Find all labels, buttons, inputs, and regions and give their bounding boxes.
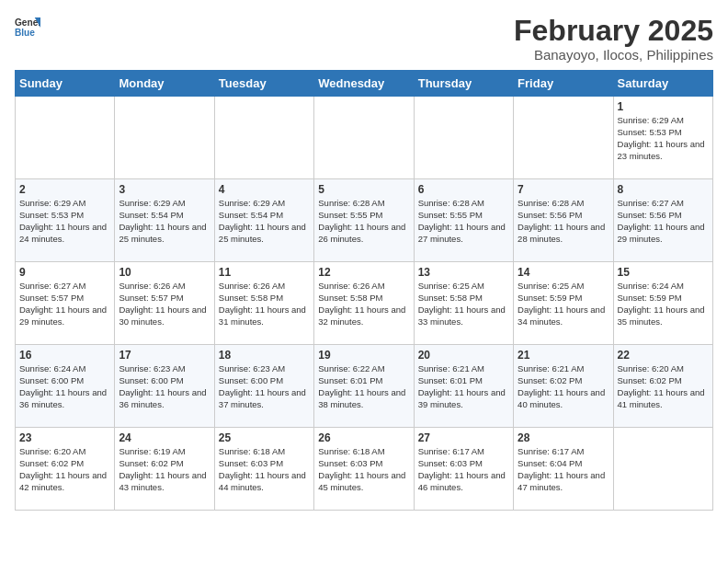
calendar-cell: 18Sunrise: 6:23 AM Sunset: 6:00 PM Dayli… bbox=[214, 345, 313, 428]
weekday-header-sunday: Sunday bbox=[16, 71, 115, 97]
day-number: 14 bbox=[518, 266, 609, 279]
calendar-week-row: 1Sunrise: 6:29 AM Sunset: 5:53 PM Daylig… bbox=[16, 97, 713, 179]
calendar-cell: 23Sunrise: 6:20 AM Sunset: 6:02 PM Dayli… bbox=[16, 428, 115, 511]
calendar-cell: 12Sunrise: 6:26 AM Sunset: 5:58 PM Dayli… bbox=[314, 262, 414, 345]
day-number: 10 bbox=[119, 266, 210, 279]
cell-info: Sunrise: 6:28 AM Sunset: 5:56 PM Dayligh… bbox=[518, 198, 609, 245]
cell-info: Sunrise: 6:26 AM Sunset: 5:58 PM Dayligh… bbox=[318, 281, 409, 327]
day-number: 8 bbox=[618, 183, 709, 196]
calendar-cell: 4Sunrise: 6:29 AM Sunset: 5:54 PM Daylig… bbox=[214, 179, 313, 262]
day-number: 1 bbox=[618, 100, 709, 113]
calendar-body: 1Sunrise: 6:29 AM Sunset: 5:53 PM Daylig… bbox=[16, 97, 713, 511]
cell-info: Sunrise: 6:20 AM Sunset: 6:02 PM Dayligh… bbox=[618, 363, 709, 410]
day-number: 3 bbox=[119, 183, 210, 196]
calendar-cell: 27Sunrise: 6:17 AM Sunset: 6:03 PM Dayli… bbox=[414, 428, 513, 511]
cell-info: Sunrise: 6:26 AM Sunset: 5:58 PM Dayligh… bbox=[219, 281, 310, 327]
day-number: 28 bbox=[518, 431, 609, 444]
day-number: 17 bbox=[119, 349, 210, 362]
page-subtitle: Banayoyo, Ilocos, Philippines bbox=[514, 47, 713, 63]
day-number: 15 bbox=[618, 266, 709, 279]
day-number: 25 bbox=[219, 431, 310, 444]
day-number: 5 bbox=[318, 183, 409, 196]
calendar-cell: 14Sunrise: 6:25 AM Sunset: 5:59 PM Dayli… bbox=[514, 262, 613, 345]
cell-info: Sunrise: 6:21 AM Sunset: 6:01 PM Dayligh… bbox=[418, 363, 509, 410]
page-title: February 2025 bbox=[514, 15, 713, 47]
day-number: 6 bbox=[418, 183, 509, 196]
calendar-cell bbox=[414, 97, 513, 179]
calendar-cell: 15Sunrise: 6:24 AM Sunset: 5:59 PM Dayli… bbox=[613, 262, 712, 345]
cell-info: Sunrise: 6:19 AM Sunset: 6:02 PM Dayligh… bbox=[119, 446, 210, 493]
day-number: 12 bbox=[318, 266, 409, 279]
calendar-week-row: 9Sunrise: 6:27 AM Sunset: 5:57 PM Daylig… bbox=[16, 262, 713, 345]
calendar-cell bbox=[115, 97, 214, 179]
logo-icon: General Blue bbox=[15, 15, 40, 40]
day-number: 18 bbox=[219, 349, 310, 362]
calendar-cell: 16Sunrise: 6:24 AM Sunset: 6:00 PM Dayli… bbox=[16, 345, 115, 428]
day-number: 9 bbox=[19, 266, 110, 279]
calendar-cell: 13Sunrise: 6:25 AM Sunset: 5:58 PM Dayli… bbox=[414, 262, 513, 345]
calendar-week-row: 2Sunrise: 6:29 AM Sunset: 5:53 PM Daylig… bbox=[16, 179, 713, 262]
cell-info: Sunrise: 6:18 AM Sunset: 6:03 PM Dayligh… bbox=[318, 446, 409, 493]
header: General Blue February 2025 Banayoyo, Ilo… bbox=[15, 15, 713, 63]
calendar-cell: 10Sunrise: 6:26 AM Sunset: 5:57 PM Dayli… bbox=[115, 262, 214, 345]
cell-info: Sunrise: 6:22 AM Sunset: 6:01 PM Dayligh… bbox=[318, 363, 409, 410]
cell-info: Sunrise: 6:26 AM Sunset: 5:57 PM Dayligh… bbox=[119, 281, 210, 327]
calendar-header-row: SundayMondayTuesdayWednesdayThursdayFrid… bbox=[16, 71, 713, 97]
weekday-header-wednesday: Wednesday bbox=[314, 71, 414, 97]
day-number: 19 bbox=[318, 349, 409, 362]
cell-info: Sunrise: 6:25 AM Sunset: 5:58 PM Dayligh… bbox=[418, 281, 509, 327]
calendar-cell: 26Sunrise: 6:18 AM Sunset: 6:03 PM Dayli… bbox=[314, 428, 414, 511]
day-number: 16 bbox=[19, 349, 110, 362]
calendar-cell: 3Sunrise: 6:29 AM Sunset: 5:54 PM Daylig… bbox=[115, 179, 214, 262]
day-number: 13 bbox=[418, 266, 509, 279]
cell-info: Sunrise: 6:17 AM Sunset: 6:03 PM Dayligh… bbox=[418, 446, 509, 493]
weekday-header-monday: Monday bbox=[115, 71, 214, 97]
calendar-cell: 20Sunrise: 6:21 AM Sunset: 6:01 PM Dayli… bbox=[414, 345, 513, 428]
weekday-header-saturday: Saturday bbox=[613, 71, 712, 97]
day-number: 20 bbox=[418, 349, 509, 362]
cell-info: Sunrise: 6:29 AM Sunset: 5:53 PM Dayligh… bbox=[19, 198, 110, 245]
svg-text:Blue: Blue bbox=[15, 28, 35, 38]
cell-info: Sunrise: 6:28 AM Sunset: 5:55 PM Dayligh… bbox=[418, 198, 509, 245]
day-number: 21 bbox=[518, 349, 609, 362]
title-area: February 2025 Banayoyo, Ilocos, Philippi… bbox=[514, 15, 713, 63]
calendar-cell: 19Sunrise: 6:22 AM Sunset: 6:01 PM Dayli… bbox=[314, 345, 414, 428]
calendar-cell bbox=[514, 97, 613, 179]
calendar-cell: 6Sunrise: 6:28 AM Sunset: 5:55 PM Daylig… bbox=[414, 179, 513, 262]
cell-info: Sunrise: 6:28 AM Sunset: 5:55 PM Dayligh… bbox=[318, 198, 409, 245]
cell-info: Sunrise: 6:27 AM Sunset: 5:57 PM Dayligh… bbox=[19, 281, 110, 327]
calendar-cell: 24Sunrise: 6:19 AM Sunset: 6:02 PM Dayli… bbox=[115, 428, 214, 511]
calendar-cell: 25Sunrise: 6:18 AM Sunset: 6:03 PM Dayli… bbox=[214, 428, 313, 511]
calendar-cell bbox=[613, 428, 712, 511]
logo: General Blue bbox=[15, 15, 40, 40]
calendar-cell: 9Sunrise: 6:27 AM Sunset: 5:57 PM Daylig… bbox=[16, 262, 115, 345]
cell-info: Sunrise: 6:17 AM Sunset: 6:04 PM Dayligh… bbox=[518, 446, 609, 493]
weekday-header-friday: Friday bbox=[514, 71, 613, 97]
cell-info: Sunrise: 6:29 AM Sunset: 5:53 PM Dayligh… bbox=[618, 115, 709, 162]
calendar-cell: 22Sunrise: 6:20 AM Sunset: 6:02 PM Dayli… bbox=[613, 345, 712, 428]
cell-info: Sunrise: 6:24 AM Sunset: 6:00 PM Dayligh… bbox=[19, 363, 110, 410]
calendar-cell: 5Sunrise: 6:28 AM Sunset: 5:55 PM Daylig… bbox=[314, 179, 414, 262]
calendar-cell: 21Sunrise: 6:21 AM Sunset: 6:02 PM Dayli… bbox=[514, 345, 613, 428]
cell-info: Sunrise: 6:20 AM Sunset: 6:02 PM Dayligh… bbox=[19, 446, 110, 493]
calendar-cell bbox=[16, 97, 115, 179]
day-number: 22 bbox=[618, 349, 709, 362]
calendar-cell: 1Sunrise: 6:29 AM Sunset: 5:53 PM Daylig… bbox=[613, 97, 712, 179]
day-number: 7 bbox=[518, 183, 609, 196]
weekday-header-tuesday: Tuesday bbox=[214, 71, 313, 97]
calendar-cell bbox=[214, 97, 313, 179]
calendar-table: SundayMondayTuesdayWednesdayThursdayFrid… bbox=[15, 70, 713, 511]
calendar-cell: 8Sunrise: 6:27 AM Sunset: 5:56 PM Daylig… bbox=[613, 179, 712, 262]
calendar-cell: 2Sunrise: 6:29 AM Sunset: 5:53 PM Daylig… bbox=[16, 179, 115, 262]
day-number: 4 bbox=[219, 183, 310, 196]
day-number: 23 bbox=[19, 431, 110, 444]
cell-info: Sunrise: 6:29 AM Sunset: 5:54 PM Dayligh… bbox=[119, 198, 210, 245]
cell-info: Sunrise: 6:24 AM Sunset: 5:59 PM Dayligh… bbox=[618, 281, 709, 327]
calendar-cell: 7Sunrise: 6:28 AM Sunset: 5:56 PM Daylig… bbox=[514, 179, 613, 262]
calendar-week-row: 23Sunrise: 6:20 AM Sunset: 6:02 PM Dayli… bbox=[16, 428, 713, 511]
cell-info: Sunrise: 6:27 AM Sunset: 5:56 PM Dayligh… bbox=[618, 198, 709, 245]
cell-info: Sunrise: 6:23 AM Sunset: 6:00 PM Dayligh… bbox=[219, 363, 310, 410]
cell-info: Sunrise: 6:25 AM Sunset: 5:59 PM Dayligh… bbox=[518, 281, 609, 327]
cell-info: Sunrise: 6:29 AM Sunset: 5:54 PM Dayligh… bbox=[219, 198, 310, 245]
day-number: 24 bbox=[119, 431, 210, 444]
